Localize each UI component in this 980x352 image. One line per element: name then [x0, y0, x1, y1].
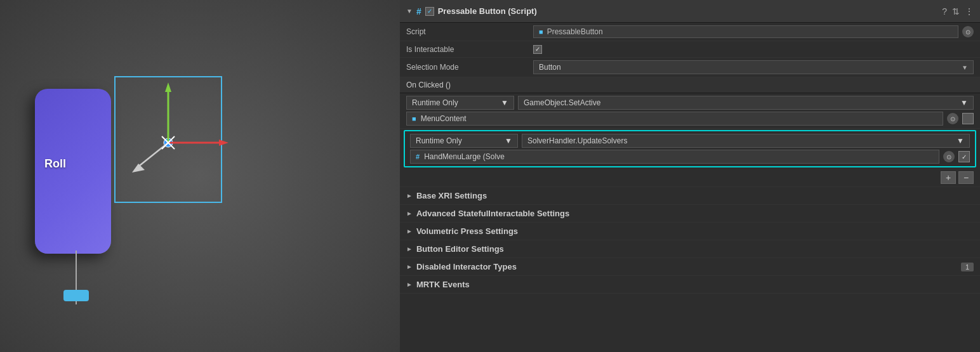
section-mrtk-events[interactable]: ► MRTK Events: [400, 276, 980, 294]
script-label: Script: [406, 27, 533, 36]
script-row: Script ■ PressableButton ⊙: [400, 23, 980, 41]
svg-line-5: [136, 143, 168, 168]
inspector-body: Script ■ PressableButton ⊙ Is Interactab…: [400, 23, 980, 352]
svg-marker-4: [219, 140, 228, 146]
is-interactable-checkbox[interactable]: ✓: [533, 45, 542, 54]
hash-sm-icon-1: ■: [412, 115, 416, 122]
section-button-editor[interactable]: ► Button Editor Settings: [400, 240, 980, 258]
object-check-2[interactable]: ✓: [958, 151, 970, 162]
object-field-1[interactable]: ■ MenuContent: [406, 112, 943, 126]
section-arrow-volumetric: ►: [406, 228, 413, 235]
scene-button-object: [35, 89, 111, 254]
script-target-btn[interactable]: ⊙: [962, 26, 974, 37]
selection-mode-dropdown[interactable]: Button ▼: [533, 60, 974, 74]
section-arrow-button-editor: ►: [406, 245, 413, 252]
section-arrow-advanced: ►: [406, 210, 413, 217]
component-enabled-checkbox[interactable]: ✓: [425, 7, 434, 16]
function-arrow-1: ▼: [960, 98, 968, 107]
selection-mode-value: Button ▼: [533, 60, 974, 74]
function-arrow-2: ▼: [957, 136, 964, 145]
hash-sm-icon-2: #: [416, 153, 420, 160]
event-row-bottom-2: # HandMenuLarge (Solve ⊙ ✓: [410, 150, 970, 164]
inspector-panel: ▼ # ✓ Pressable Button (Script) ? ⇅ ⋮ Sc…: [400, 0, 980, 352]
svg-marker-6: [132, 164, 145, 173]
help-icon[interactable]: ?: [942, 6, 947, 16]
on-clicked-label: On Clicked (): [406, 81, 451, 89]
layout-icon[interactable]: ⇅: [952, 6, 960, 16]
dropdown-arrow-icon: ▼: [962, 64, 968, 71]
runtime-dropdown-2[interactable]: Runtime Only ▼: [410, 134, 518, 148]
section-arrow-disabled: ►: [406, 263, 413, 270]
runtime-label-2: Runtime Only: [416, 136, 462, 145]
section-label-advanced: Advanced StatefulInteractable Settings: [416, 209, 569, 218]
scene-button-indicator: [63, 290, 89, 301]
object-name-1: MenuContent: [421, 114, 467, 123]
section-label-button-editor: Button Editor Settings: [416, 244, 504, 254]
transform-gizmo: [102, 70, 241, 209]
is-interactable-label: Is Interactable: [406, 45, 533, 54]
header-icons: ? ⇅ ⋮: [942, 6, 974, 16]
function-dropdown-2[interactable]: SolverHandler.UpdateSolvers ▼: [522, 134, 970, 148]
script-value: ■ PressableButton ⊙: [533, 25, 974, 38]
script-field[interactable]: ■ PressableButton: [533, 25, 958, 38]
object-target-btn-2[interactable]: ⊙: [943, 151, 955, 162]
section-badge-disabled: 1: [961, 263, 974, 271]
event-row-bottom-1: ■ MenuContent ⊙: [406, 112, 974, 126]
script-name: PressableButton: [547, 27, 603, 36]
runtime-dropdown-1[interactable]: Runtime Only ▼: [406, 96, 514, 110]
component-title: Pressable Button (Script): [438, 6, 939, 16]
section-base-xri[interactable]: ► Base XRI Settings: [400, 187, 980, 205]
section-volumetric[interactable]: ► Volumetric Press Settings: [400, 223, 980, 240]
collapse-arrow-icon[interactable]: ▼: [406, 8, 413, 15]
is-interactable-row: Is Interactable ✓: [400, 41, 980, 58]
selection-mode-label: Selection Mode: [406, 63, 533, 72]
section-disabled-interactor[interactable]: ► Disabled Interactor Types 1: [400, 258, 980, 276]
event-entry-1: Runtime Only ▼ GameObject.SetActive ▼ ■ …: [400, 93, 980, 129]
selection-mode-row: Selection Mode Button ▼: [400, 58, 980, 77]
section-label-disabled: Disabled Interactor Types: [416, 262, 517, 271]
scene-button-label: Roll: [44, 157, 66, 171]
function-label-2: SolverHandler.UpdateSolvers: [527, 136, 627, 145]
gizmo-container: [102, 70, 241, 209]
section-advanced[interactable]: ► Advanced StatefulInteractable Settings: [400, 205, 980, 223]
runtime-arrow-2: ▼: [505, 136, 512, 145]
object-name-2: HandMenuLarge (Solve: [424, 152, 505, 161]
remove-event-button[interactable]: −: [958, 171, 974, 184]
event-row-top-2: Runtime Only ▼ SolverHandler.UpdateSolve…: [410, 134, 970, 148]
function-label-1: GameObject.SetActive: [524, 98, 600, 107]
on-clicked-header: On Clicked (): [400, 77, 980, 93]
section-label-volumetric: Volumetric Press Settings: [416, 226, 518, 236]
component-header: ▼ # ✓ Pressable Button (Script) ? ⇅ ⋮: [400, 0, 980, 23]
add-event-button[interactable]: +: [941, 171, 956, 184]
svg-marker-2: [165, 82, 171, 92]
event-entry-2: Runtime Only ▼ SolverHandler.UpdateSolve…: [404, 130, 976, 167]
section-label-base-xri: Base XRI Settings: [416, 191, 487, 200]
hash-icon: #: [416, 6, 421, 16]
section-arrow-mrtk: ►: [406, 281, 413, 288]
function-dropdown-1[interactable]: GameObject.SetActive ▼: [518, 96, 974, 110]
script-icon: ■: [539, 28, 543, 36]
runtime-label-1: Runtime Only: [412, 98, 458, 107]
runtime-arrow-1: ▼: [501, 98, 508, 107]
add-remove-row: + −: [400, 169, 980, 187]
is-interactable-value: ✓: [533, 45, 974, 54]
selection-mode-option: Button: [539, 63, 561, 72]
3d-viewport: Roll: [0, 0, 400, 352]
section-arrow-base-xri: ►: [406, 192, 413, 199]
object-field-2[interactable]: # HandMenuLarge (Solve: [410, 150, 939, 164]
event-row-top-1: Runtime Only ▼ GameObject.SetActive ▼: [406, 96, 974, 110]
object-target-btn-1[interactable]: ⊙: [947, 113, 958, 124]
section-label-mrtk: MRTK Events: [416, 280, 470, 289]
more-icon[interactable]: ⋮: [965, 6, 974, 16]
object-check-1[interactable]: [962, 113, 974, 124]
